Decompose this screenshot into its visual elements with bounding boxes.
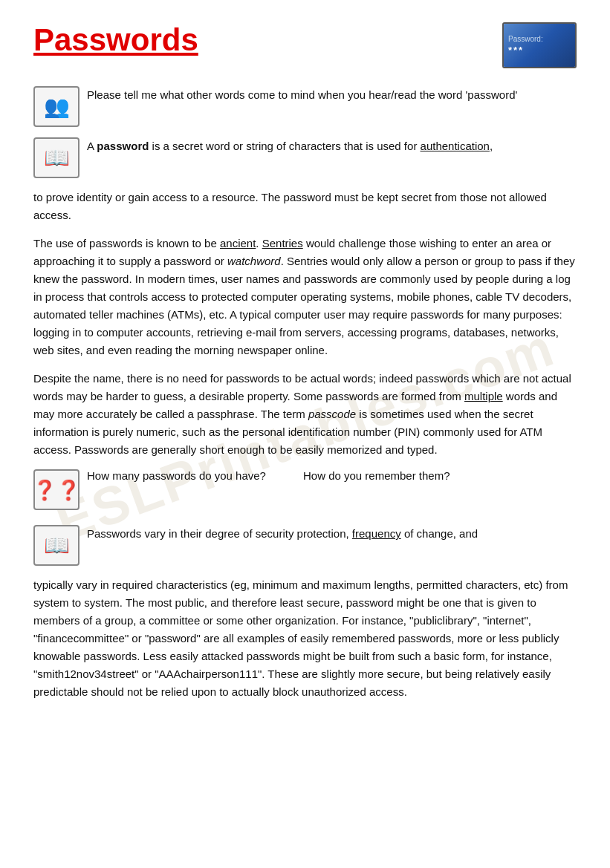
password-image: Password: *** [502, 22, 577, 68]
passcode-italic: passcode [308, 408, 356, 420]
authentication-link: authentication [421, 140, 490, 152]
book-icon-box: 📖 [33, 137, 80, 178]
book-icon: 📖 [44, 148, 70, 169]
section-questions-block: ❓❓ How many passwords do you have? How d… [33, 469, 577, 510]
question-icon-box: ❓❓ [33, 469, 80, 510]
definition-continued: to prove identity or gain access to a re… [33, 189, 577, 224]
question2-text: How do you remember them? [303, 469, 450, 482]
people-icon: 👥 [44, 97, 70, 117]
book-icon-2: 📖 [44, 535, 70, 556]
section-definition-block: 📖 A password is a secret word or string … [33, 137, 577, 178]
password-bold: password [97, 140, 149, 152]
history-paragraph: The use of passwords is known to be anci… [33, 235, 577, 359]
section-security-block: 📖 Passwords vary in their degree of secu… [33, 525, 577, 566]
definition-text: A password is a secret word or string of… [87, 137, 493, 155]
watchword-italic: watchword [227, 255, 281, 267]
sentries-underline-1: Sentries [262, 237, 303, 249]
security-intro-text: Passwords vary in their degree of securi… [87, 525, 478, 543]
ancient-underline: ancient [220, 237, 256, 249]
question1-text: How many passwords do you have? [87, 469, 266, 482]
page-header: Passwords Password: *** [33, 22, 577, 68]
passphrase-paragraph: Despite the name, there is no need for p… [33, 370, 577, 459]
prompt-text: Please tell me what other words come to … [87, 86, 517, 104]
section-prompt: 👥 Please tell me what other words come t… [33, 86, 577, 127]
multiple-underline: multiple [464, 390, 503, 402]
frequency-underline: frequency [352, 527, 401, 540]
security-paragraph: typically vary in required characteristi… [33, 576, 577, 701]
questions-line: How many passwords do you have? How do y… [87, 469, 450, 482]
question-marks-icon: ❓❓ [33, 480, 80, 500]
page-title: Passwords [33, 22, 198, 58]
book-icon-box-2: 📖 [33, 525, 80, 566]
people-icon-box: 👥 [33, 86, 80, 127]
